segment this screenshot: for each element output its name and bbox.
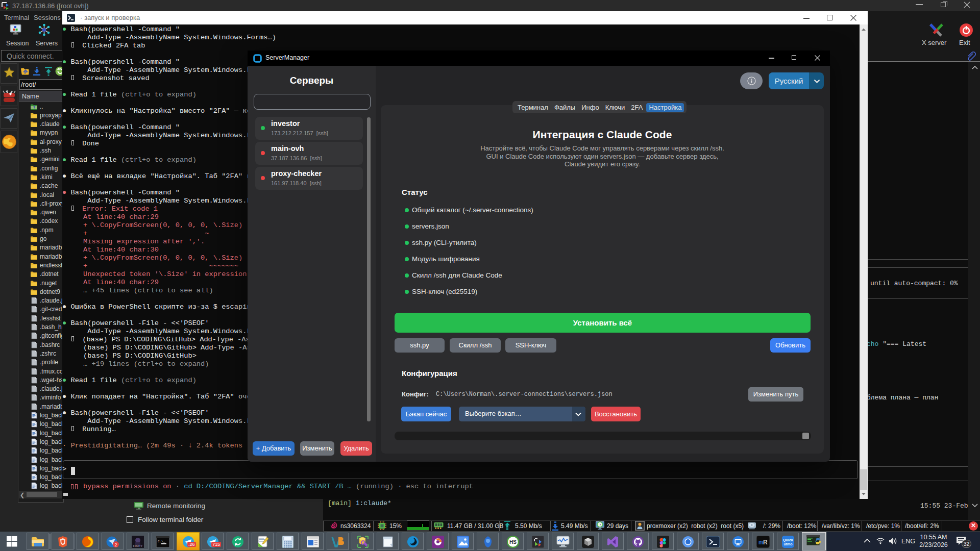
svg-text:utmo: utmo: [783, 542, 792, 546]
svg-text:FRUTY: FRUTY: [133, 544, 143, 547]
svg-text:R: R: [763, 539, 768, 546]
svg-text:C:\_: C:\_: [158, 540, 165, 543]
svg-text:2: 2: [114, 542, 117, 547]
svg-text:Quick: Quick: [783, 538, 793, 542]
svg-text:HS: HS: [509, 539, 517, 545]
